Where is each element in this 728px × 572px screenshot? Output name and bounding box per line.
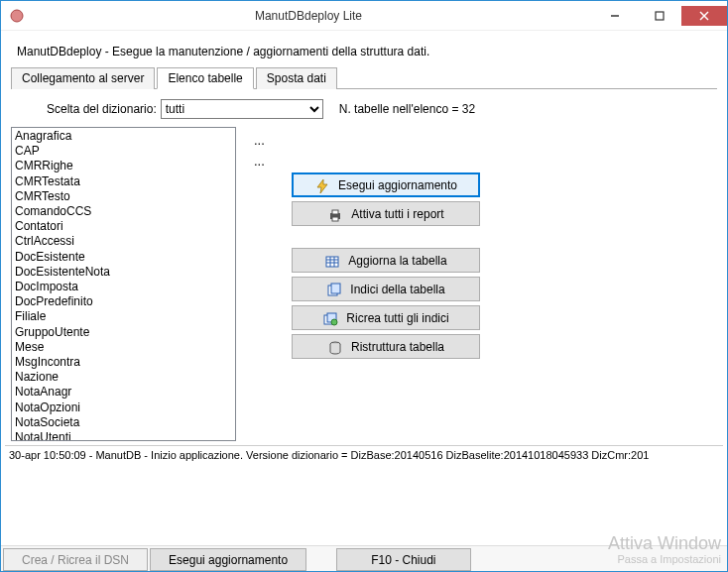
list-item[interactable]: CtrlAccessi [15,234,232,249]
list-item[interactable]: CMRTestata [15,174,232,189]
ellipsis-1: ... [254,133,480,148]
restructure-table-button[interactable]: Ristruttura tabella [292,334,480,359]
svg-marker-5 [317,179,327,193]
create-dsn-button[interactable]: Crea / Ricrea il DSN [3,548,148,571]
list-item[interactable]: DocImposta [15,280,232,294]
tab-bar: Collegamento al server Elenco tabelle Sp… [11,66,717,89]
list-item[interactable]: NotaOpzioni [15,400,232,415]
rebuild-icon [322,311,338,325]
close-button[interactable] [681,6,727,26]
bottom-bar: Crea / Ricrea il DSN Esegui aggiornament… [1,545,727,571]
app-description: ManutDBdeploy - Esegue la manutenzione /… [17,45,717,58]
list-item[interactable]: NotaSocieta [15,415,232,430]
svg-point-0 [11,10,23,22]
table-count-label: N. tabelle nell'elenco = 32 [339,102,475,116]
log-line: 30-apr 10:50:09 - ManutDB - Inizio appli… [5,445,723,464]
titlebar: ManutDBdeploy Lite [1,1,727,31]
grid-icon [324,254,340,268]
tab-table-list[interactable]: Elenco tabelle [157,67,253,89]
list-item[interactable]: NotaUtenti [15,430,232,441]
svg-rect-15 [331,284,340,293]
list-item[interactable]: Filiale [15,309,232,324]
svg-rect-8 [332,217,338,221]
list-item[interactable]: Nazione [15,370,232,385]
list-item[interactable]: Anagrafica [15,129,232,144]
recreate-indexes-button[interactable]: Ricrea tutti gli indici [292,305,480,330]
tab-move-data[interactable]: Sposta dati [256,67,337,89]
list-item[interactable]: Contatori [15,219,232,234]
list-item[interactable]: DocEsistente [15,250,232,265]
index-icon [326,283,342,296]
list-item[interactable]: CMRRighe [15,159,232,173]
close-f10-button[interactable]: F10 - Chiudi [336,548,470,571]
list-item[interactable]: CMRTesto [15,189,232,204]
list-item[interactable]: ComandoCCS [15,204,232,219]
list-item[interactable]: CAP [15,144,232,159]
dictionary-label: Scelta del dizionario: [47,102,157,116]
dictionary-select[interactable]: tutti [161,99,323,119]
svg-point-18 [331,319,337,325]
table-listbox[interactable]: AnagraficaCAPCMRRigheCMRTestataCMRTestoC… [11,127,236,441]
database-icon [327,340,343,354]
svg-rect-2 [656,12,664,20]
tab-connection[interactable]: Collegamento al server [11,67,155,89]
list-item[interactable]: MsgIncontra [15,355,232,370]
printer-icon [327,207,343,221]
list-item[interactable]: DocEsistenteNota [15,265,232,280]
ellipsis-2: ... [254,154,480,169]
refresh-table-button[interactable]: Aggiorna la tabella [292,248,480,273]
svg-rect-9 [326,257,338,267]
minimize-button[interactable] [592,6,637,26]
list-item[interactable]: Mese [15,340,232,355]
window-title: ManutDBdeploy Lite [25,9,592,23]
maximize-button[interactable] [637,6,681,26]
lightning-icon [314,178,330,192]
bottom-run-update-button[interactable]: Esegui aggiornamento [150,548,306,571]
app-icon [9,8,25,24]
list-item[interactable]: NotaAnagr [15,385,232,400]
enable-reports-button[interactable]: Attiva tutti i report [292,201,480,226]
table-indexes-button[interactable]: Indici della tabella [292,277,480,301]
svg-rect-7 [332,210,338,214]
list-item[interactable]: DocPredefinito [15,294,232,309]
list-item[interactable]: GruppoUtente [15,325,232,340]
run-update-button[interactable]: Esegui aggiornamento [292,172,480,197]
